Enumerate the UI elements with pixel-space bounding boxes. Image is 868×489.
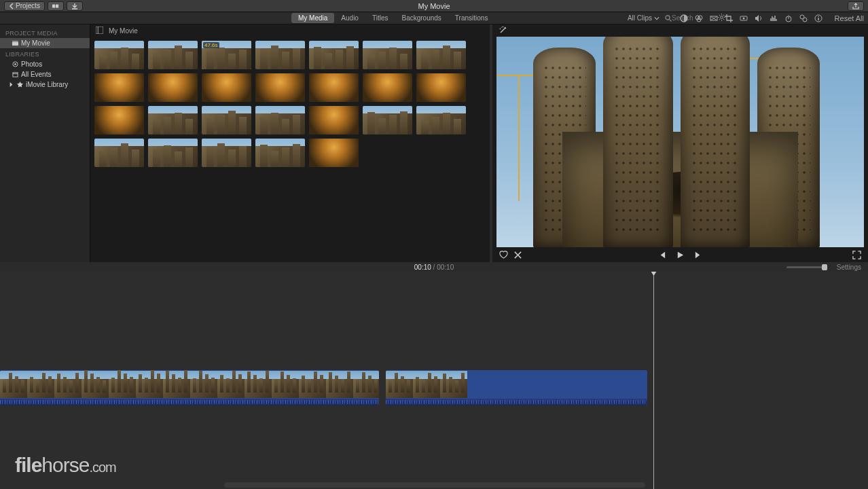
media-thumbnail[interactable] xyxy=(309,106,359,134)
media-thumbnail[interactable] xyxy=(416,73,466,102)
watermark-part-a: file xyxy=(15,454,41,476)
tab-my-media[interactable]: My Media xyxy=(291,13,334,23)
sidebar-heading-libraries: LIBRARIES xyxy=(0,48,90,59)
timecode-current: 00:10 xyxy=(414,264,431,271)
clip-frame xyxy=(136,371,163,398)
media-thumbnail[interactable] xyxy=(202,139,251,167)
adjustment-toolbar: Reset All xyxy=(680,14,864,22)
tab-backgrounds[interactable]: Backgrounds xyxy=(395,13,448,23)
reset-all-button[interactable]: Reset All xyxy=(835,14,864,22)
media-thumbnail[interactable] xyxy=(255,106,305,134)
calendar-icon xyxy=(12,71,18,77)
clip-frame xyxy=(0,371,27,398)
clip-filter-dropdown[interactable]: All Clips xyxy=(628,14,659,22)
favorite-button[interactable] xyxy=(499,251,508,259)
media-thumbnail[interactable] xyxy=(94,41,144,69)
sidebar-item-label: iMovie Library xyxy=(26,81,68,88)
zoom-slider-knob[interactable] xyxy=(822,264,827,270)
media-thumbnail[interactable] xyxy=(202,73,251,102)
color-balance-icon[interactable] xyxy=(695,14,703,22)
media-thumbnail[interactable] xyxy=(148,139,198,167)
media-thumbnail[interactable] xyxy=(255,73,305,102)
media-thumbnail[interactable] xyxy=(309,139,359,167)
media-thumbnail[interactable] xyxy=(255,41,305,69)
star-icon xyxy=(17,82,23,88)
list-view-toggle[interactable] xyxy=(96,26,103,35)
stabilization-icon[interactable] xyxy=(740,14,748,22)
back-to-projects-button[interactable]: Projects xyxy=(4,1,45,11)
media-import-icon xyxy=(52,3,59,10)
timeline-zoom-slider[interactable] xyxy=(786,266,827,268)
chevron-down-icon xyxy=(654,16,659,21)
speed-icon[interactable] xyxy=(784,14,793,22)
download-button[interactable] xyxy=(67,1,83,11)
media-thumbnail[interactable] xyxy=(94,73,144,102)
tab-audio[interactable]: Audio xyxy=(334,13,365,23)
media-browser: My Movie 47.6s xyxy=(90,24,490,262)
play-button[interactable] xyxy=(676,251,685,259)
preview-pane xyxy=(490,24,868,262)
clip-audio-waveform xyxy=(0,399,379,405)
media-thumbnail[interactable] xyxy=(148,41,198,69)
share-button[interactable] xyxy=(848,1,864,11)
media-thumbnail[interactable] xyxy=(416,41,466,69)
x-icon xyxy=(513,251,522,259)
media-thumbnail[interactable] xyxy=(309,73,359,102)
prev-frame-button[interactable] xyxy=(657,251,666,259)
titlebar-left-tools: Projects xyxy=(0,1,83,11)
next-frame-button[interactable] xyxy=(694,251,703,259)
media-thumbnail[interactable] xyxy=(148,106,198,134)
media-thumbnail[interactable] xyxy=(363,106,412,134)
color-correction-icon[interactable] xyxy=(710,14,718,22)
sidebar-project-item[interactable]: My Movie xyxy=(0,38,90,48)
media-thumbnail[interactable] xyxy=(363,41,412,69)
import-button[interactable] xyxy=(48,1,64,11)
sidebar-item-library[interactable]: iMovie Library xyxy=(0,79,90,90)
playhead[interactable] xyxy=(653,272,654,489)
media-thumbnail[interactable] xyxy=(148,73,198,102)
video-preview[interactable] xyxy=(496,37,864,247)
media-thumbnail[interactable] xyxy=(309,41,359,69)
reject-button[interactable] xyxy=(513,251,522,259)
timeline-clip-1[interactable] xyxy=(0,370,379,405)
media-thumbnail[interactable]: 47.6s xyxy=(202,41,251,69)
auto-enhance-icon[interactable] xyxy=(680,14,688,22)
duration-badge: 47.6s xyxy=(203,42,219,48)
watermark: filehorse.com xyxy=(15,454,116,477)
photos-icon xyxy=(12,61,18,67)
media-thumbnail[interactable] xyxy=(94,106,144,134)
timeline[interactable]: filehorse.com xyxy=(0,272,868,489)
sidebar-project-label: My Movie xyxy=(21,39,50,47)
preview-transport xyxy=(492,247,868,262)
preview-toolbar xyxy=(492,24,868,37)
timeline-scrollbar[interactable] xyxy=(224,482,645,488)
sidebar-item-all-events[interactable]: All Events xyxy=(0,69,90,79)
volume-icon[interactable] xyxy=(755,14,763,22)
media-thumbnail[interactable] xyxy=(363,73,412,102)
magic-wand-button[interactable] xyxy=(499,26,507,35)
chevron-left-icon xyxy=(9,3,16,10)
clip-frame xyxy=(272,371,299,398)
noise-reduction-icon[interactable] xyxy=(770,14,778,22)
share-icon xyxy=(852,3,859,10)
sidebar-heading-project: PROJECT MEDIA xyxy=(0,27,90,38)
media-thumbnail[interactable] xyxy=(94,139,144,167)
clip-frame xyxy=(190,371,217,398)
sidebar-item-photos[interactable]: Photos xyxy=(0,59,90,69)
timeline-settings-button[interactable]: Settings xyxy=(837,264,861,271)
timeline-clip-2[interactable] xyxy=(386,370,647,405)
fullscreen-button[interactable] xyxy=(852,251,861,259)
skip-back-icon xyxy=(657,251,666,259)
main-area: PROJECT MEDIA My Movie LIBRARIES Photos … xyxy=(0,24,868,262)
disclosure-triangle-icon xyxy=(8,82,14,88)
clip-filter-icon[interactable] xyxy=(799,14,808,22)
info-icon[interactable] xyxy=(814,14,822,22)
tab-transitions[interactable]: Transitions xyxy=(448,13,495,23)
timecode-display: 00:10 / 00:10 xyxy=(414,264,454,271)
media-thumbnail[interactable] xyxy=(416,106,466,134)
tab-titles[interactable]: Titles xyxy=(365,13,395,23)
media-thumbnail[interactable] xyxy=(202,106,251,134)
crop-icon[interactable] xyxy=(725,14,733,22)
media-thumbnail[interactable] xyxy=(255,139,305,167)
svg-point-10 xyxy=(742,17,744,19)
